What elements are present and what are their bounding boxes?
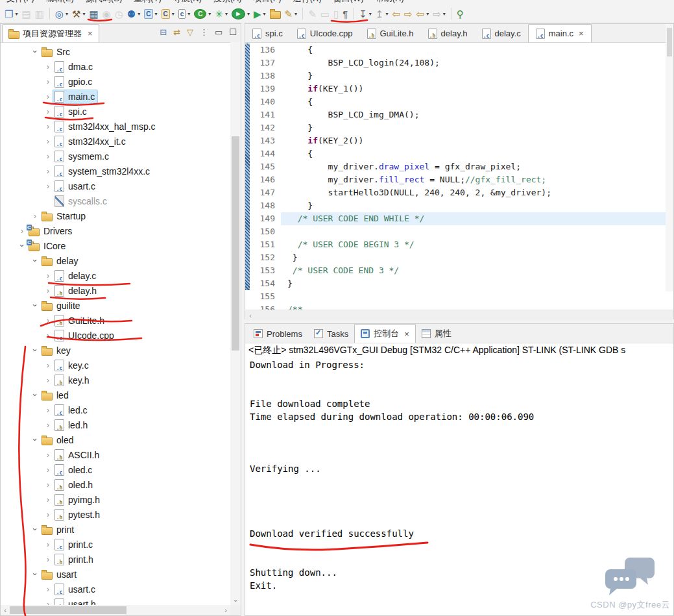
editor-tab-guilite-h[interactable]: .hGuiLite.h [360,25,421,42]
build-all-button[interactable]: ◎▾ [54,6,69,21]
code-line-150[interactable]: 150 [245,225,673,238]
menu-item-重构-t-[interactable]: 重构(T) [134,0,162,3]
collapsed-arrow-icon[interactable]: › [43,539,53,549]
external-tools-button[interactable]: ▶▾ [252,6,267,21]
tree-item-print[interactable]: ›print [1,522,230,537]
mark-pen-button[interactable]: ✎▾ [283,6,299,21]
code-line-151[interactable]: 151 /* USER CODE BEGIN 3 */ [245,238,673,251]
code-line-148[interactable]: 148 } [245,199,673,212]
expanded-arrow-icon[interactable]: › [30,301,40,311]
code-line-155[interactable]: 155 [245,290,673,303]
collapsed-arrow-icon[interactable]: › [43,136,53,146]
scroll-right-icon[interactable]: › [221,606,230,614]
tree-item-usart-c[interactable]: ›.cusart.c [1,179,230,193]
code-line-144[interactable]: 144 { [245,147,673,160]
expanded-arrow-icon[interactable]: › [30,524,40,535]
code-line-147[interactable]: 147 startHello3D(NULL, 240, 240, 2, &my_… [245,186,673,199]
open-resource-button[interactable] [269,6,282,21]
back-annotation-button[interactable]: ⇦ [391,6,402,21]
tree-item-key-h[interactable]: ›.hkey.h [1,373,230,388]
scroll-left-icon[interactable]: ‹ [245,312,256,319]
tree-item-usart[interactable]: ›usart [1,567,230,582]
tree-item-guilite-h[interactable]: ›.hGuiLite.h [1,313,230,328]
dropdown-caret-icon[interactable]: ▾ [369,11,372,17]
code-line-137[interactable]: 137 BSP_LCD_login(24,108); [245,56,673,69]
new-c-project-button[interactable]: C▾ [143,6,158,21]
code-line-145[interactable]: 145 my_driver.draw_pixel = gfx_draw_pixe… [245,160,673,173]
tree-item-guilite[interactable]: ›guilite [1,298,230,313]
collapsed-arrow-icon[interactable]: › [43,375,53,385]
tree-item-key-c[interactable]: ›.ckey.c [1,358,230,373]
collapsed-arrow-icon[interactable]: › [43,286,53,295]
menu-item-窗口-w-[interactable]: 窗口(W) [333,0,364,3]
forward-button[interactable]: ⇨▾ [431,6,447,21]
close-icon[interactable]: × [404,329,409,339]
tree-item-stm32l4xx-hal-msp-c[interactable]: ›.cstm32l4xx_hal_msp.c [1,119,230,134]
tree-item-spi-c[interactable]: ›.cspi.c [1,104,230,119]
expanded-arrow-icon[interactable]: › [30,47,40,57]
code-line-146[interactable]: 146 my_driver.fill_rect = NULL;//gfx_fil… [245,173,673,186]
dropdown-caret-icon[interactable]: ▾ [15,11,18,17]
dropdown-caret-icon[interactable]: ▾ [426,11,429,17]
collapsed-arrow-icon[interactable]: › [43,330,53,340]
maximize-icon[interactable]: ☐ [229,27,237,37]
collapsed-arrow-icon[interactable]: › [43,77,53,86]
tree-item-key[interactable]: ›key [1,343,230,358]
tree-item-ascii-h[interactable]: ›.hASCII.h [1,447,230,462]
code-line-152[interactable]: 152 } [245,251,673,264]
code-line-142[interactable]: 142 } [245,121,673,134]
editor-tab-uicode-cpp[interactable]: .cUIcode.cpp [290,25,360,42]
new-c-file-button[interactable]: c▾ [177,6,192,21]
code-line-156[interactable]: 156/** [245,303,673,310]
collapsed-arrow-icon[interactable]: › [43,450,53,460]
expanded-arrow-icon[interactable]: › [30,569,40,580]
tree-item-pytest-h[interactable]: ›.hpytest.h [1,507,230,522]
expanded-arrow-icon[interactable]: › [18,241,27,251]
show-whitespace-button[interactable]: ¶ [341,6,349,21]
tree-item-uicode-cpp[interactable]: ›.cUIcode.cpp [1,328,230,343]
tree-item-print-h[interactable]: ›.hprint.h [1,552,230,567]
expanded-arrow-icon[interactable]: › [30,390,40,400]
tree-item-system-stm32l4xx-c[interactable]: ›.csystem_stm32l4xx.c [1,164,230,179]
collapse-all-icon[interactable]: ⊟ [160,27,167,37]
editor-horizontal-scrollbar[interactable]: ‹ [245,310,673,321]
collapsed-arrow-icon[interactable]: › [43,360,53,370]
tree-item-delay[interactable]: ›delay [1,253,230,268]
collapsed-arrow-icon[interactable]: › [43,166,53,176]
dropdown-caret-icon[interactable]: ▾ [187,11,190,17]
collapsed-arrow-icon[interactable]: › [43,465,53,474]
collapsed-arrow-icon[interactable]: › [43,121,53,131]
tree-item-dma-c[interactable]: ›.cdma.c [1,59,230,74]
code-line-154[interactable]: 154} [245,277,673,290]
tree-item-main-c[interactable]: ›.cmain.c [1,89,230,104]
code-line-149[interactable]: 149 /* USER CODE END WHILE */ [245,212,673,225]
dropdown-caret-icon[interactable]: ▾ [443,11,446,17]
tree-item-delay-c[interactable]: ›.cdelay.c [1,268,230,283]
forward-annotation-button[interactable]: ⇨ [403,6,414,21]
view-menu-icon[interactable]: ⋮ [200,27,208,37]
code-line-153[interactable]: 153 /* USER CODE END 3 */ [245,264,673,277]
collapsed-arrow-icon[interactable]: › [43,495,53,504]
code-area[interactable]: 136 {137 BSP_LCD_login(24,108);138 }139 … [245,42,673,310]
tree-item-led-h[interactable]: ›.hled.h [1,417,230,432]
tree-item-startup[interactable]: ›Startup [1,208,230,223]
tree-item-usart-c[interactable]: ›.cusart.c [1,582,230,597]
tree-item-usart-h[interactable]: ›.husart.h [1,597,230,605]
collapsed-arrow-icon[interactable]: › [43,584,53,594]
collapsed-arrow-icon[interactable]: › [43,599,53,605]
tree-item-pyimg-h[interactable]: ›.hpyimg.h [1,492,230,507]
dropdown-caret-icon[interactable]: ▾ [225,11,228,17]
menu-item-帮助-h-[interactable]: 帮助(H) [376,0,404,3]
collapsed-arrow-icon[interactable]: › [30,211,40,221]
scrollbar-thumb[interactable] [232,136,239,351]
menu-item-搜索-a-[interactable]: 搜索(A) [213,0,241,3]
collapsed-arrow-icon[interactable]: › [43,181,53,191]
close-icon[interactable]: × [88,29,93,38]
collapsed-arrow-icon[interactable]: › [43,151,53,161]
dropdown-caret-icon[interactable]: ▾ [66,11,68,17]
link-editor-icon[interactable]: ⇄ [173,27,180,37]
new-cpp-project-button[interactable]: C▾ [160,6,176,21]
goto-last-edit-button[interactable]: ↧▾ [357,6,373,21]
tree-item-oled-h[interactable]: ›.holed.h [1,477,230,492]
debug-button[interactable]: ✳▾ [213,6,229,21]
